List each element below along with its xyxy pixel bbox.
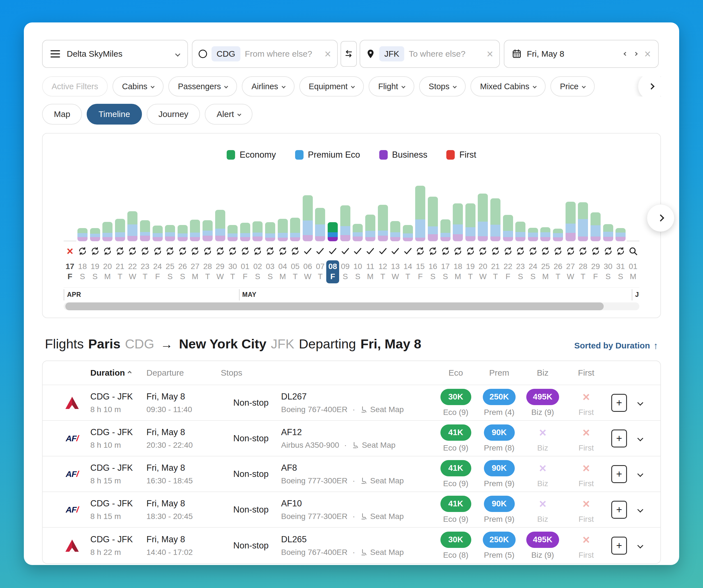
refresh-icon[interactable]	[203, 246, 212, 256]
refresh-icon[interactable]	[253, 246, 262, 256]
search-icon[interactable]	[628, 246, 638, 256]
column-eco[interactable]: Eco	[434, 368, 477, 378]
award-price-pill[interactable]: 250K	[483, 389, 516, 405]
day-column[interactable]: 06W	[302, 167, 314, 283]
destination-field[interactable]: JFK To where else? ×	[360, 40, 500, 68]
day-column[interactable]: 07T	[314, 167, 326, 283]
availability-bar[interactable]	[603, 224, 613, 241]
refresh-icon[interactable]	[516, 246, 525, 256]
next-day-icon[interactable]	[634, 52, 638, 56]
availability-bar[interactable]	[465, 203, 475, 241]
price-cell-eco[interactable]: 41KEco (9)	[434, 460, 477, 488]
availability-bar[interactable]	[616, 228, 626, 241]
refresh-icon[interactable]	[78, 246, 87, 256]
day-column[interactable]: 23S	[514, 167, 527, 283]
filter-chip-price[interactable]: Price	[550, 76, 595, 96]
refresh-icon[interactable]	[553, 246, 563, 256]
day-label[interactable]: 23S	[514, 260, 527, 283]
refresh-icon[interactable]	[415, 246, 425, 256]
filter-chip-flight[interactable]: Flight	[369, 76, 414, 96]
availability-bar[interactable]	[540, 227, 550, 241]
day-column[interactable]: 29F	[590, 167, 602, 283]
day-label[interactable]: 26S	[176, 260, 189, 283]
availability-bar[interactable]	[153, 226, 163, 241]
day-label[interactable]: 15F	[414, 260, 427, 283]
refresh-icon[interactable]	[528, 246, 538, 256]
refresh-icon[interactable]	[228, 246, 237, 256]
availability-bar[interactable]	[515, 222, 526, 241]
availability-bar[interactable]	[240, 223, 250, 241]
availability-bar[interactable]	[403, 225, 413, 241]
day-column[interactable]: 14T	[401, 167, 414, 283]
refresh-icon[interactable]	[265, 246, 275, 256]
filter-chip-passengers[interactable]: Passengers	[168, 76, 237, 96]
day-column[interactable]: 10S	[352, 167, 364, 283]
day-column[interactable]: 30S	[602, 167, 614, 283]
day-column[interactable]: 25M	[539, 167, 552, 283]
day-label[interactable]: 27W	[564, 260, 577, 283]
availability-bar[interactable]	[353, 224, 363, 241]
day-column[interactable]: 03S	[264, 167, 277, 283]
day-column[interactable]: 11M	[364, 167, 377, 283]
day-label[interactable]: 14T	[401, 260, 414, 283]
day-column[interactable]: 01M	[627, 167, 639, 283]
refresh-icon[interactable]	[140, 246, 150, 256]
refresh-icon[interactable]	[503, 246, 513, 256]
refresh-icon[interactable]	[216, 246, 225, 256]
filters-scroll-right-button[interactable]	[638, 76, 661, 96]
day-label[interactable]: 27M	[188, 260, 202, 283]
availability-bar[interactable]	[303, 195, 313, 241]
day-label[interactable]: 03S	[264, 260, 277, 283]
day-column[interactable]: 21T	[489, 167, 502, 283]
price-cell-eco[interactable]: 41KEco (9)	[434, 496, 477, 524]
day-label[interactable]: 22W	[126, 260, 139, 283]
refresh-icon[interactable]	[478, 246, 487, 256]
award-price-pill[interactable]: 495K	[526, 389, 559, 405]
day-label[interactable]: 19T	[464, 260, 477, 283]
availability-bar[interactable]	[203, 220, 213, 241]
day-column[interactable]: 01F	[239, 167, 252, 283]
availability-bar[interactable]	[102, 222, 112, 241]
day-label[interactable]: 11M	[364, 260, 377, 283]
chart-next-button[interactable]	[647, 204, 675, 232]
refresh-icon[interactable]	[441, 246, 450, 256]
day-column[interactable]: 25S	[164, 167, 176, 283]
filter-chip-equipment[interactable]: Equipment	[299, 76, 364, 96]
add-to-compare-button[interactable]: +	[611, 394, 627, 412]
seat-map-link[interactable]: Seat Map	[360, 405, 404, 414]
flight-row[interactable]: AF/ CDG - JFK8 h 15 m Fri, May 816:30 - …	[43, 456, 660, 492]
day-label[interactable]: 07T	[314, 260, 327, 283]
day-label[interactable]: 18S	[76, 260, 89, 283]
day-label[interactable]: 20M	[101, 260, 114, 283]
day-label[interactable]: 05T	[289, 260, 302, 283]
day-column[interactable]: 24S	[527, 167, 539, 283]
day-label[interactable]: 01M	[627, 260, 640, 283]
price-cell-eco[interactable]: 30KEco (9)	[434, 389, 477, 417]
price-cell-biz[interactable]: 495KBiz (9)	[521, 389, 564, 417]
day-label[interactable]: 06W	[301, 260, 314, 283]
availability-bar[interactable]	[503, 215, 513, 241]
refresh-icon[interactable]	[115, 246, 125, 256]
award-price-pill[interactable]: 90K	[484, 460, 515, 476]
day-column[interactable]: 04M	[276, 167, 289, 283]
refresh-icon[interactable]	[278, 246, 288, 256]
day-label[interactable]: 17S	[439, 260, 452, 283]
view-toggle-alert[interactable]: Alert	[205, 104, 252, 125]
price-cell-eco[interactable]: 30KEco (8)	[434, 532, 477, 560]
day-label[interactable]: 12T	[377, 260, 389, 283]
day-label[interactable]: 22F	[501, 260, 515, 283]
day-column[interactable]: 28T	[577, 167, 590, 283]
day-column[interactable]: 26S	[176, 167, 189, 283]
day-label[interactable]: 30T	[226, 260, 239, 283]
day-label[interactable]: 18M	[451, 260, 464, 283]
program-select[interactable]: Delta SkyMiles	[42, 40, 188, 68]
availability-bar[interactable]	[428, 197, 438, 241]
day-column[interactable]: 17S	[439, 167, 452, 283]
destination-clear-icon[interactable]: ×	[487, 48, 493, 60]
day-column[interactable]: 05T	[289, 167, 302, 283]
award-price-pill[interactable]: 41K	[441, 460, 471, 476]
expand-row-button[interactable]	[630, 400, 650, 405]
availability-bar[interactable]	[290, 218, 300, 241]
price-cell-prem[interactable]: 90KPrem (8)	[477, 425, 521, 452]
day-label[interactable]: 23T	[139, 260, 152, 283]
